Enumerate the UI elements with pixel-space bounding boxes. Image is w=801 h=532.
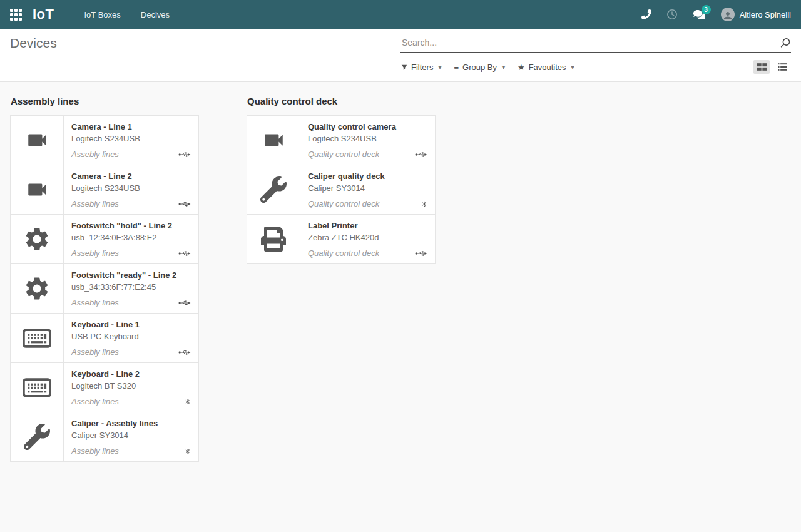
device-category: Assebly lines (71, 298, 119, 307)
device-title: Footswitch "ready" - Line 2 (71, 270, 191, 280)
apps-grid-icon[interactable] (10, 8, 24, 21)
device-title: Caliper - Assebly lines (71, 419, 191, 428)
device-card[interactable]: Camera - Line 1 Logitech S234USB Assebly… (10, 115, 199, 165)
device-card-footer: Assebly lines (71, 446, 191, 456)
kanban-view-button[interactable] (753, 60, 770, 74)
device-card-body: Label Printer Zebra ZTC HK420d Quality c… (300, 215, 435, 263)
device-card[interactable]: Keyboard - Line 1 USB PC Keyboard Assebl… (10, 313, 199, 363)
brand-logo[interactable]: IoT (33, 6, 54, 23)
device-title: Keyboard - Line 1 (71, 320, 191, 329)
device-card-body: Caliper quality deck Caliper SY3014 Qual… (300, 165, 435, 214)
device-subtitle: Logitech S234USB (308, 134, 427, 143)
device-card-footer: Quality control deck (308, 199, 427, 208)
device-card-footer: Assebly lines (71, 248, 191, 258)
device-card-footer: Quality control deck (308, 150, 427, 159)
device-image-cell (11, 165, 64, 214)
device-category: Assebly lines (71, 248, 119, 258)
device-card[interactable]: Camera - Line 2 Logitech S234USB Assebly… (10, 165, 199, 215)
device-category: Assebly lines (71, 150, 119, 159)
usb-icon (415, 250, 427, 257)
activities-clock-icon[interactable] (666, 9, 678, 20)
device-category: Assebly lines (71, 446, 119, 456)
chevron-down-icon: ▾ (571, 64, 574, 71)
camera-icon (259, 128, 288, 152)
device-card-body: Quality control camera Logitech S234USB … (300, 116, 435, 165)
device-category: Assebly lines (71, 397, 119, 406)
usb-icon (178, 151, 191, 158)
camera-icon (23, 178, 52, 202)
device-category: Quality control deck (308, 150, 379, 159)
group-by-button[interactable]: ≡ Group By ▾ (454, 63, 505, 72)
top-navbar: IoT IoT Boxes Decives 3 Altiero Spinelli (0, 0, 801, 29)
device-image-cell (11, 363, 64, 412)
kanban-column: Assembly lines Camera - Line 1 Logitech … (10, 96, 199, 462)
device-title: Quality control camera (308, 122, 427, 131)
menu-item-devices[interactable]: Decives (140, 8, 171, 22)
usb-icon (178, 250, 191, 257)
filters-button[interactable]: Filters ▾ (401, 63, 441, 72)
usb-icon (178, 349, 191, 356)
menu-item-iot-boxes[interactable]: IoT Boxes (83, 8, 122, 22)
device-card[interactable]: Footswitch "hold" - Line 2 usb_12:34:0F:… (10, 214, 199, 264)
device-subtitle: Logitech BT S320 (71, 381, 191, 391)
device-card-body: Camera - Line 2 Logitech S234USB Assebly… (64, 165, 198, 214)
device-image-cell (11, 215, 64, 263)
device-title: Footswitch "hold" - Line 2 (71, 221, 191, 230)
messages-icon[interactable]: 3 (693, 9, 706, 20)
usb-icon (178, 200, 191, 208)
kanban-board: Assembly lines Camera - Line 1 Logitech … (0, 82, 801, 462)
device-card-footer: Assebly lines (71, 397, 191, 406)
bluetooth-icon (421, 200, 427, 208)
list-view-button[interactable] (774, 60, 790, 74)
person-icon (722, 10, 733, 21)
search-bar (400, 36, 791, 53)
usb-icon (415, 151, 427, 158)
device-card-footer: Assebly lines (71, 150, 191, 159)
device-subtitle: Caliper SY3014 (71, 431, 191, 440)
group-by-icon: ≡ (454, 63, 459, 72)
column-header: Quality control deck (247, 96, 436, 106)
user-name: Altiero Spinelli (740, 10, 791, 19)
keyboard-icon (23, 329, 51, 348)
search-icon[interactable] (780, 38, 791, 49)
bluetooth-icon (185, 397, 191, 406)
gear-icon (23, 225, 51, 253)
device-card[interactable]: Caliper quality deck Caliper SY3014 Qual… (247, 165, 436, 215)
messages-badge: 3 (702, 5, 711, 14)
control-panel: Devices Filters ▾ ≡ Group By ▾ ★ Favouti… (0, 29, 801, 82)
favourites-button[interactable]: ★ Favoutites ▾ (518, 63, 574, 72)
device-subtitle: Zebra ZTC HK420d (308, 233, 427, 242)
device-category: Quality control deck (308, 199, 379, 208)
device-card-body: Footswitch "ready" - Line 2 usb_34:33:6F… (64, 264, 198, 313)
device-subtitle: Logitech S234USB (71, 183, 191, 193)
device-card[interactable]: Caliper - Assebly lines Caliper SY3014 A… (10, 412, 199, 462)
device-title: Camera - Line 1 (71, 122, 191, 131)
device-title: Label Printer (308, 221, 427, 230)
funnel-icon (401, 64, 407, 71)
device-subtitle: usb_12:34:0F:3A:88:E2 (71, 233, 191, 242)
card-list: Quality control camera Logitech S234USB … (247, 115, 436, 264)
device-card[interactable]: Quality control camera Logitech S234USB … (247, 115, 436, 165)
card-list: Camera - Line 1 Logitech S234USB Assebly… (10, 115, 199, 462)
phone-icon[interactable] (641, 9, 651, 19)
user-menu[interactable]: Altiero Spinelli (721, 8, 791, 21)
device-card[interactable]: Keyboard - Line 2 Logitech BT S320 Asseb… (10, 362, 199, 412)
device-card-footer: Assebly lines (71, 298, 191, 307)
bluetooth-icon (185, 447, 191, 456)
device-title: Camera - Line 2 (71, 171, 191, 181)
device-image-cell (11, 116, 64, 165)
device-image-cell (11, 412, 64, 461)
list-view-icon (778, 63, 787, 71)
search-input[interactable] (400, 36, 791, 53)
wrench-icon (24, 424, 50, 450)
navbar-right: 3 Altiero Spinelli (641, 8, 791, 21)
filters-label: Filters (411, 63, 433, 72)
device-card-body: Keyboard - Line 1 USB PC Keyboard Assebl… (64, 314, 198, 362)
avatar (721, 8, 735, 21)
device-card-footer: Quality control deck (308, 248, 427, 258)
keyboard-icon (23, 378, 51, 397)
device-card[interactable]: Footswitch "ready" - Line 2 usb_34:33:6F… (10, 263, 199, 314)
device-title: Caliper quality deck (308, 171, 427, 181)
gear-icon (23, 275, 51, 302)
device-card[interactable]: Label Printer Zebra ZTC HK420d Quality c… (247, 214, 436, 264)
